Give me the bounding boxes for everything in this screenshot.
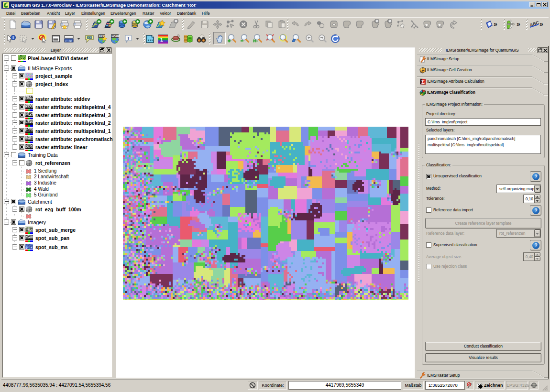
- svg-text:Σ: Σ: [421, 79, 425, 85]
